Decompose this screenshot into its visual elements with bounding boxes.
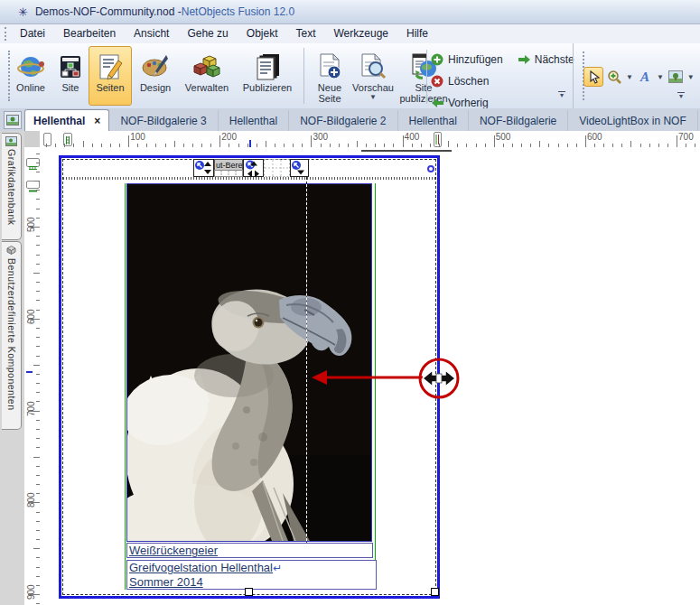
zoom-tool-button[interactable] [604,67,624,87]
picture-icon [668,70,683,83]
neue-seite-button[interactable]: Neue Seite [310,46,350,106]
online-button[interactable]: Online [9,46,52,106]
ruler-number: 600 [26,309,36,324]
page-stack-icon [254,51,281,82]
app-icon: ✳ [18,6,28,18]
green-arrow-right-icon [518,53,530,66]
cursor-position-marker[interactable] [434,132,442,147]
chevron-down-icon[interactable]: ▼ [657,73,664,81]
menu-hilfe[interactable]: Hilfe [397,24,437,43]
tab-nof-bildgalerie[interactable]: NOF-Bildgalerie [469,110,568,131]
application-window: ✳ Demos-NOF-Community.nod - NetObjects F… [0,0,700,605]
document-title: Demos-NOF-Community.nod - [35,5,182,18]
page-canvas[interactable]: ut-Bere [40,147,700,605]
chevron-down-icon[interactable]: ▼ [687,73,695,81]
seiten-button-selected[interactable]: Seiten [89,46,132,106]
image-icon [6,115,19,126]
naechste-button[interactable]: Nächste [518,50,574,69]
zoom-in-icon [607,70,621,84]
cursor-grip-dot [436,374,442,383]
app-title: NetObjects Fusion 12.0 [182,5,294,18]
ruler-number: 600 [587,132,602,142]
select-tool-button[interactable] [583,67,603,87]
vorschau-button[interactable]: Vorschau ▼ [351,46,395,106]
tab-hellenthal-2[interactable]: Hellenthal [219,110,289,131]
page-magnifier-icon [359,51,387,82]
menu-datei[interactable]: Datei [11,24,54,43]
toolbar-separator [426,50,427,104]
red-x-circle-icon [431,75,443,88]
design-button[interactable]: Design [134,46,177,106]
left-panel-strip: Grafikdatenbank Benutzerdefinierte Kompo… [0,131,25,605]
ruler-number: 500 [496,132,511,142]
cubes-icon [192,51,221,82]
komponenten-tab[interactable]: Benutzerdefinierte Komponenten [2,241,22,430]
close-tab-icon[interactable]: × [94,115,100,127]
annotation-overlay [40,147,700,605]
menu-text[interactable]: Text [286,24,324,43]
sitemap-icon [58,51,83,82]
chevron-down-icon: ▼ [369,93,377,101]
toolbar-separator [303,48,304,104]
ruler-number: 100 [130,132,145,142]
tab-nof-bildgalerie-2[interactable]: NOF-Bildgalerie 2 [289,110,397,131]
vertical-ruler: 500600700800900 [24,147,41,605]
ruler-number: 200 [221,132,237,142]
text-tool-button[interactable]: A [635,67,655,87]
toolbar-options-chevron[interactable]: ▾ [558,91,565,98]
green-arrow-left-icon [431,97,443,109]
object-position-tick [26,371,33,373]
document-tab-bar: Hellenthal × NOF-Bildgalerie 3 Hellentha… [0,108,700,132]
page-pencil-icon [97,51,124,82]
cursor-arrow-icon [588,70,600,84]
ruler-number: 500 [26,217,36,232]
hinzufuegen-button[interactable]: Hinzufügen [431,50,503,69]
toolbar-options-chevron[interactable]: ▾ [677,92,685,99]
ruler-number: 700 [26,401,36,416]
loeschen-button[interactable]: Löschen [431,71,574,90]
ruler-number: 700 [678,132,694,142]
verwalten-button[interactable]: Verwalten [179,46,235,106]
ruler-number: 900 [26,585,36,600]
site-button[interactable]: Site [54,46,87,106]
palette-icon [141,51,170,82]
menu-bearbeiten[interactable]: Bearbeiten [54,24,125,43]
publizieren-button[interactable]: Publizieren [237,46,298,106]
page-ops-group: Hinzufügen Nächste Löschen [431,50,574,112]
ruler-number: 800 [26,493,36,508]
tab-hellenthal-active[interactable]: Hellenthal × [24,109,109,131]
ruler-corner [24,131,41,148]
main-toolbar: Online Site Seiten Design [0,43,700,109]
component-cube-icon [5,245,17,256]
menu-objekt[interactable]: Objekt [238,24,287,43]
toolbar-grip[interactable] [5,27,6,41]
tab-videolightbox[interactable]: VideoLightBox in NOF [568,110,698,131]
image-icon [5,136,17,146]
title-bar: ✳ Demos-NOF-Community.nod - NetObjects F… [0,0,700,24]
draw-toolbar: ▼ A ▼ ▼ ▾ [574,43,700,108]
page-plus-icon [317,51,342,82]
image-tool-button[interactable] [666,67,686,87]
grafikdatenbank-tab[interactable]: Grafikdatenbank [2,133,22,240]
ruler-number: 300 [313,132,328,142]
horizontal-ruler: 100200300400500600700 [40,131,700,148]
margin-marker[interactable] [26,181,40,189]
ruler-number: 400 [405,132,420,142]
margin-marker[interactable] [43,133,51,146]
menu-bar: Datei Bearbeiten Ansicht Gehe zu Objekt … [0,24,700,43]
chevron-down-icon[interactable]: ▼ [626,73,633,81]
menu-werkzeuge[interactable]: Werkzeuge [325,24,397,43]
page-list-button[interactable] [4,111,22,129]
menu-ansicht[interactable]: Ansicht [125,24,178,43]
tab-nof-bildgalerie-3[interactable]: NOF-Bildgalerie 3 [109,110,218,131]
view-buttons: Online Site Seiten Design [9,46,451,106]
menu-gehe-zu[interactable]: Gehe zu [178,24,237,43]
panel-divider [573,43,574,108]
letter-a-icon: A [640,70,649,84]
tab-hellenthal-3[interactable]: Hellenthal [398,110,469,131]
object-position-tick [249,140,251,147]
globe-icon [17,51,44,82]
green-plus-circle-icon [431,53,443,66]
